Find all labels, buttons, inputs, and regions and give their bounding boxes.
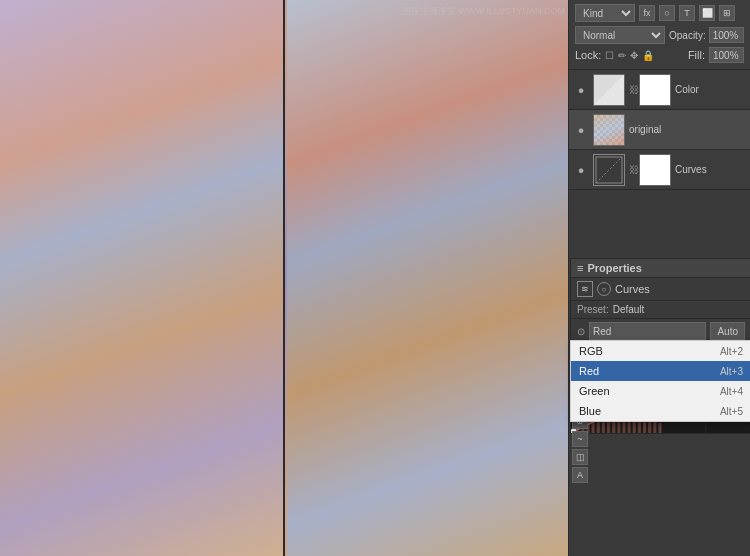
properties-icon: ≡ — [577, 262, 583, 274]
layer-name-color: Color — [675, 84, 746, 95]
canvas-area: 图课堂微课堂 WWW.ILLUSTYUAN.COM — [0, 0, 570, 556]
dropdown-item-blue[interactable]: Blue Alt+5 — [571, 401, 750, 421]
layer-eye-curves[interactable]: ● — [573, 162, 589, 178]
shape-icon[interactable]: ⬜ — [699, 5, 715, 21]
channel-tool-icon: ⊙ — [577, 326, 585, 337]
auto-button[interactable]: Auto — [710, 322, 745, 340]
channel-select[interactable]: Red RGB Green Blue — [589, 322, 706, 340]
lock-move[interactable]: ✥ — [630, 50, 638, 61]
svg-rect-23 — [653, 421, 656, 433]
dropdown-shortcut-green: Alt+4 — [720, 386, 743, 397]
opacity-row: Opacity: — [669, 27, 744, 43]
fill-label: Fill: — [688, 49, 705, 61]
layer-item-curves[interactable]: ● ⛓ Curves — [569, 150, 750, 190]
dropdown-label-rgb: RGB — [579, 345, 603, 357]
lock-row: Lock: ☐ ✏ ✥ 🔒 Fill: — [575, 47, 744, 63]
layer-eye-original[interactable]: ● — [573, 122, 589, 138]
opacity-label: Opacity: — [669, 30, 706, 41]
layer-item-color[interactable]: ● ⛓ Color — [569, 70, 750, 110]
layer-mask-color — [639, 74, 671, 106]
dropdown-shortcut-rgb: Alt+2 — [720, 346, 743, 357]
curves-tool-text[interactable]: A — [572, 467, 588, 483]
dropdown-shortcut-blue: Alt+5 — [720, 406, 743, 417]
lock-check[interactable]: ☐ — [605, 50, 614, 61]
dropdown-item-rgb[interactable]: RGB Alt+2 — [571, 341, 750, 361]
kind-select[interactable]: Kind — [575, 4, 635, 22]
blend-mode-select[interactable]: Normal — [575, 26, 665, 44]
dropdown-label-green: Green — [579, 385, 610, 397]
curves-tool-gradient[interactable]: ◫ — [572, 449, 588, 465]
lock-label: Lock: — [575, 49, 601, 61]
dropdown-label-red: Red — [579, 365, 599, 377]
layer-name-original: original — [629, 124, 746, 135]
circle-icon[interactable]: ○ — [659, 5, 675, 21]
dropdown-item-red[interactable]: Red Alt+3 — [571, 361, 750, 381]
preset-value: Default — [613, 304, 645, 315]
mode-row: Normal Opacity: — [575, 26, 744, 44]
lock-pencil[interactable]: ✏ — [618, 50, 626, 61]
properties-header: ≡ Properties — [571, 259, 750, 278]
opacity-input[interactable] — [709, 27, 744, 43]
sm-icon[interactable]: ⊞ — [719, 5, 735, 21]
curves-icon: ≋ — [577, 281, 593, 297]
curves-section-title: Curves — [615, 283, 650, 295]
layer-link-curves[interactable]: ⛓ — [629, 164, 639, 175]
layer-mask-curves — [639, 154, 671, 186]
layer-link-color[interactable]: ⛓ — [629, 84, 639, 95]
curves-tool-smooth[interactable]: ~ — [572, 431, 588, 447]
dropdown-shortcut-red: Alt+3 — [720, 366, 743, 377]
canvas-right-panel — [287, 0, 570, 556]
kind-row: Kind fx ○ T ⬜ ⊞ — [575, 4, 744, 22]
preset-row: Preset: Default — [571, 301, 750, 319]
layer-name-curves: Curves — [675, 164, 746, 175]
curves-title-row: ≋ ○ Curves — [571, 278, 750, 301]
layer-eye-color[interactable]: ● — [573, 82, 589, 98]
channel-select-wrapper: Red RGB Green Blue — [589, 322, 706, 340]
curves-circle: ○ — [597, 282, 611, 296]
fx-icon[interactable]: fx — [639, 5, 655, 21]
layer-thumb-color — [593, 74, 625, 106]
filter-icons: fx ○ T ⬜ ⊞ — [639, 5, 744, 21]
layer-item-original[interactable]: ● original — [569, 110, 750, 150]
svg-rect-24 — [658, 423, 661, 433]
dropdown-item-green[interactable]: Green Alt+4 — [571, 381, 750, 401]
properties-title: Properties — [587, 262, 641, 274]
fill-input[interactable] — [709, 47, 744, 63]
watermark-text: 图课堂微课堂 WWW.ILLUSTYUAN.COM — [402, 5, 565, 18]
preset-label: Preset: — [577, 304, 609, 315]
canvas-background — [0, 0, 570, 556]
layer-thumb-curves — [593, 154, 625, 186]
canvas-left-panel — [0, 0, 285, 556]
channel-dropdown: RGB Alt+2 Red Alt+3 Green Alt+4 Blue Alt… — [570, 340, 750, 422]
lock-all[interactable]: 🔒 — [642, 50, 654, 61]
dropdown-label-blue: Blue — [579, 405, 601, 417]
type-icon[interactable]: T — [679, 5, 695, 21]
layers-top-section: Kind fx ○ T ⬜ ⊞ Normal Opacity: Lock: ☐ … — [569, 0, 750, 70]
layer-thumb-original — [593, 114, 625, 146]
